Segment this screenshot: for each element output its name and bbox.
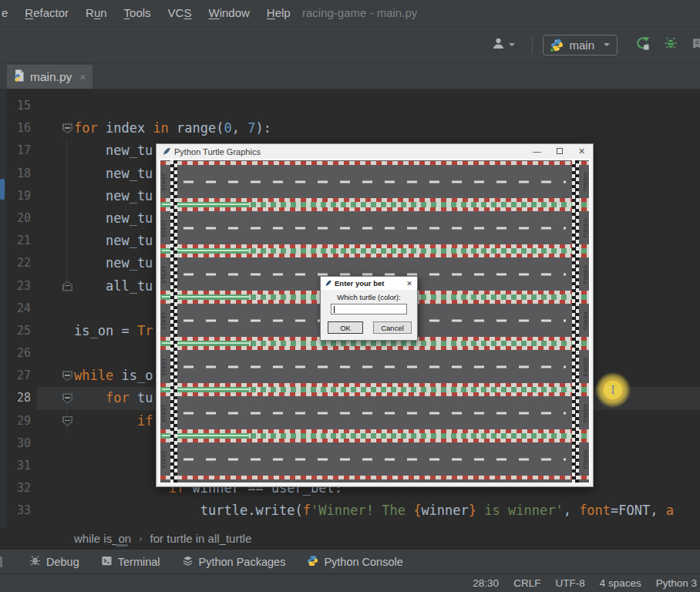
line-number[interactable]: 26 (0, 342, 31, 365)
tool-window-edge (0, 557, 2, 567)
menu-item-vcs[interactable]: VCS (160, 0, 200, 26)
user-account-button[interactable] (492, 37, 515, 53)
dialog-prompt-label: Which turtle (color): (321, 293, 417, 301)
minimize-button[interactable]: — (526, 144, 548, 159)
menu-items: eRefactorRunToolsVCSWindowHelp (0, 0, 299, 26)
profiler-button[interactable] (692, 37, 700, 53)
menu-item-tools[interactable]: Tools (116, 0, 160, 26)
run-configuration-name: main (569, 39, 594, 52)
menu-item-help[interactable]: Help (258, 0, 299, 26)
tool-window-button-python-console[interactable]: Python Console (307, 555, 402, 569)
debug-button[interactable] (664, 36, 678, 53)
grass-separator (160, 202, 589, 207)
line-number[interactable]: 15 (0, 95, 31, 117)
status-item[interactable]: 28:30 (473, 577, 499, 589)
line-number[interactable]: 28 (0, 387, 31, 409)
start-checkered-line (170, 160, 177, 483)
menu-bar: eRefactorRunToolsVCSWindowHelp racing-ga… (0, 0, 700, 27)
line-number[interactable]: 16 (0, 117, 31, 140)
line-number[interactable]: 25 (0, 320, 31, 342)
debug-icon (29, 555, 41, 569)
start-label: START (161, 265, 167, 284)
race-lane-2: STARTFINISH (160, 207, 589, 248)
lane-dash-line (183, 365, 566, 368)
menu-item-run[interactable]: Run (77, 0, 116, 26)
line-number[interactable]: 32 (0, 477, 31, 500)
code-line-15: 15 (0, 95, 700, 117)
tool-window-button-terminal[interactable]: Terminal (101, 555, 160, 569)
splitter-handle[interactable] (116, 544, 128, 547)
lane-asphalt: STARTFINISH (160, 350, 589, 383)
line-number[interactable]: 27 (0, 365, 31, 387)
tool-window-button-label: Python Console (324, 556, 402, 568)
menu-item-refactor[interactable]: Refactor (16, 0, 77, 26)
editor-tab-bar: main.py × (0, 63, 700, 89)
finish-label: FINISH (583, 218, 588, 237)
kerb-stripe (160, 476, 589, 479)
lane-dash-line (183, 458, 566, 460)
line-number[interactable]: 24 (0, 298, 31, 320)
dialog-title: Enter your bet (335, 279, 402, 288)
enter-bet-dialog[interactable]: Enter your bet ✕ Which turtle (color): O… (320, 276, 418, 341)
code-line-16: 16for index in range(0, 7): (0, 117, 700, 140)
close-button[interactable]: ✕ (570, 144, 593, 159)
line-number[interactable]: 23 (0, 275, 31, 298)
code-text: for index in range(0, 7): (74, 117, 271, 140)
feather-icon (162, 147, 170, 156)
fold-marker-icon[interactable] (62, 393, 72, 403)
maximize-button[interactable] (548, 144, 570, 159)
code-text: new_tu (74, 163, 153, 185)
start-label: START (161, 311, 167, 330)
code-text: while is_o (74, 365, 153, 387)
line-number[interactable]: 30 (0, 432, 31, 455)
lane-asphalt: STARTFINISH (160, 211, 589, 244)
bet-input[interactable] (331, 304, 406, 314)
turtle-window-titlebar[interactable]: Python Turtle Graphics — ✕ (156, 144, 593, 159)
start-label: START (161, 404, 167, 422)
code-text: if (74, 410, 153, 432)
menu-item-window[interactable]: Window (200, 0, 257, 26)
line-number[interactable]: 19 (0, 185, 31, 207)
dialog-titlebar[interactable]: Enter your bet ✕ (321, 277, 417, 290)
run-configuration-select[interactable]: main (543, 35, 618, 56)
line-number[interactable]: 31 (0, 455, 31, 477)
tool-window-button-debug[interactable]: Debug (29, 555, 79, 569)
line-number[interactable]: 33 (0, 500, 31, 522)
status-item[interactable]: CRLF (513, 577, 540, 589)
breadcrumb-separator-icon: › (139, 533, 142, 544)
finish-label: FINISH (583, 264, 588, 283)
line-number[interactable]: 18 (0, 163, 31, 185)
menu-item-e[interactable]: e (0, 0, 16, 26)
tab-main-py[interactable]: main.py × (7, 65, 93, 89)
finish-label: FINISH (583, 172, 588, 190)
rerun-button[interactable] (635, 36, 650, 54)
ok-button[interactable]: OK (328, 321, 363, 334)
line-number[interactable]: 22 (0, 252, 31, 274)
line-number[interactable]: 21 (0, 230, 31, 252)
status-item[interactable]: Python 3 (656, 577, 697, 589)
packages-icon (182, 555, 194, 569)
bug-icon (664, 36, 678, 53)
tool-window-button-python-packages[interactable]: Python Packages (182, 555, 286, 569)
status-item[interactable]: UTF-8 (555, 577, 584, 589)
close-icon[interactable]: ✕ (402, 280, 417, 288)
finish-label: FINISH (583, 449, 588, 468)
line-number[interactable]: 29 (0, 410, 31, 432)
line-number[interactable]: 20 (0, 207, 31, 230)
fold-marker-icon[interactable] (62, 416, 72, 426)
status-item[interactable]: 4 spaces (600, 577, 641, 589)
click-indicator: I (595, 372, 631, 408)
cancel-button[interactable]: Cancel (373, 321, 412, 334)
fold-marker-icon[interactable] (62, 281, 72, 291)
breadcrumb-item[interactable]: for turtle in all_turtle (150, 532, 252, 545)
close-icon[interactable]: × (79, 71, 86, 83)
fold-marker-icon[interactable] (62, 371, 72, 381)
tool-window-button-label: Python Packages (199, 556, 286, 568)
code-text: new_tu (74, 207, 153, 230)
line-number[interactable]: 17 (0, 140, 31, 162)
lane-asphalt: STARTFINISH (160, 165, 589, 198)
python-icon (307, 555, 318, 569)
breadcrumb-item[interactable]: while is_on (74, 532, 131, 545)
tool-window-buttons: DebugTerminalPython PackagesPython Conso… (29, 555, 403, 569)
fold-marker-icon[interactable] (62, 123, 72, 133)
